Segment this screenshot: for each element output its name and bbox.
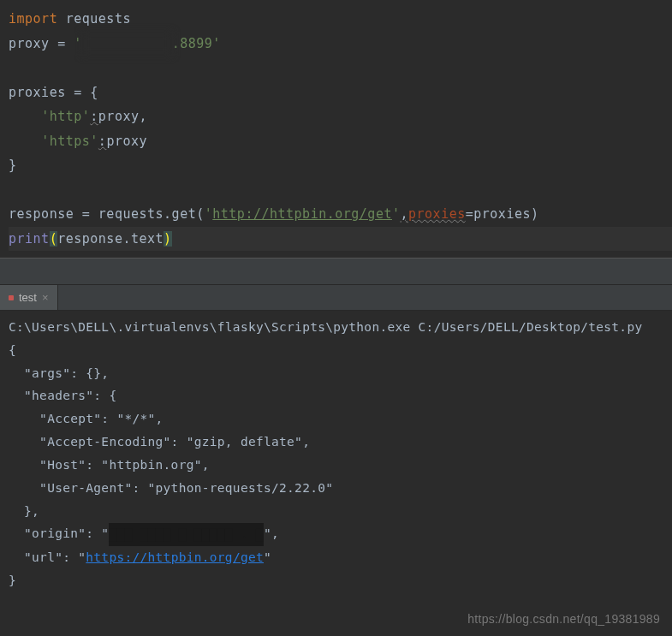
console-line: "Accept": "*/*", — [9, 407, 663, 431]
url-link[interactable]: https://httpbin.org/get — [86, 550, 264, 564]
code-editor[interactable]: import requests proxy = '▇▇▇ ▇▇▇▇ ▇▇.889… — [0, 0, 672, 258]
console-line: "User-Agent": "python-requests/2.22.0" — [9, 477, 663, 500]
code-line-blank — [9, 56, 672, 80]
paren-match: ( — [50, 231, 58, 247]
code-line: proxies = { — [9, 80, 672, 105]
code-line-active: print(response.text) — [9, 227, 672, 252]
keyword-import: import — [9, 11, 57, 27]
console-tab-bar: test × — [0, 285, 672, 311]
console-output[interactable]: C:\Users\DELL\.virtualenvs\flasky\Script… — [0, 311, 672, 597]
console-line: }, — [9, 500, 663, 523]
console-tab-test[interactable]: test × — [0, 285, 58, 310]
code-line: 'http':proxy, — [9, 104, 672, 129]
close-icon[interactable]: × — [42, 291, 49, 304]
watermark-text: https://blog.csdn.net/qq_19381989 — [467, 612, 660, 626]
console-line: "args": {}, — [9, 362, 663, 385]
console-line: "Accept-Encoding": "gzip, deflate", — [9, 431, 663, 454]
console-line: "headers": { — [9, 384, 663, 407]
paren-match: ) — [164, 231, 172, 247]
run-config-icon — [9, 295, 14, 300]
console-line: "url": "https://httpbin.org/get" — [9, 546, 663, 569]
console-line: C:\Users\DELL\.virtualenvs\flasky\Script… — [9, 316, 663, 339]
code-line: 'https':proxy — [9, 129, 672, 154]
console-line: "Host": "httpbin.org", — [9, 454, 663, 477]
pane-divider[interactable] — [0, 258, 672, 285]
code-line: proxy = '▇▇▇ ▇▇▇▇ ▇▇.8899' — [9, 32, 672, 56]
redacted-ip: ▇▇▇ ▇▇▇▇ ▇▇ — [82, 32, 172, 56]
console-line: "origin": "▇▇▇ ▇▇▇▇ ▇ ▇▇▇▇▇ . ▇", — [9, 522, 663, 545]
console-line: } — [9, 569, 663, 592]
console-line: { — [9, 339, 663, 362]
redacted-origin: ▇▇▇ ▇▇▇▇ ▇ ▇▇▇▇▇ . ▇ — [109, 523, 264, 546]
code-line-blank — [9, 178, 672, 203]
tab-label: test — [19, 291, 37, 304]
code-line: import requests — [9, 7, 672, 32]
code-line: response = requests.get('http://httpbin.… — [9, 202, 672, 227]
code-line: } — [9, 153, 672, 178]
